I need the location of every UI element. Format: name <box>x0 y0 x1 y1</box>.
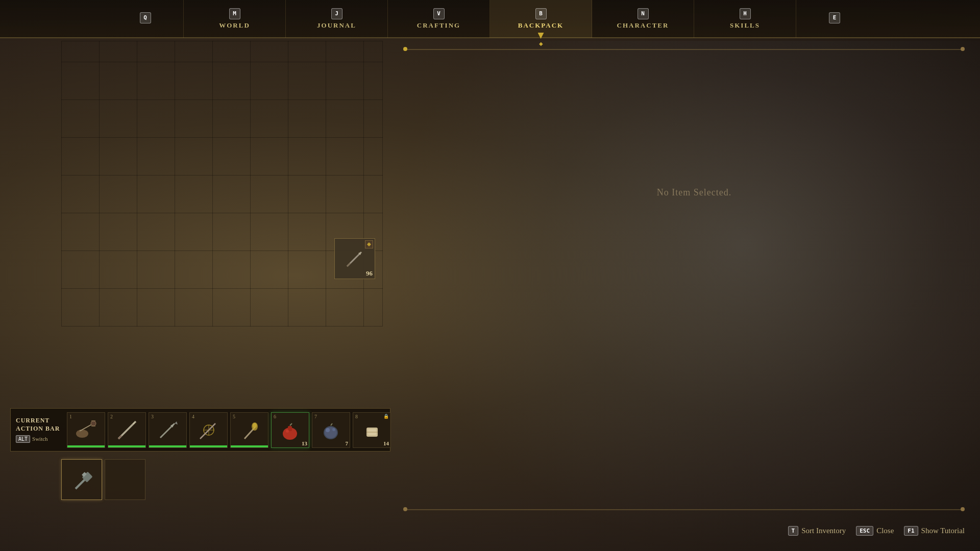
slot-5-icon <box>237 417 262 443</box>
nav-key-h: H <box>740 8 751 19</box>
slot-5-health-fill <box>231 445 268 447</box>
nav-diamonds <box>0 38 980 48</box>
svg-line-26 <box>290 423 292 425</box>
slot-1-icon <box>72 416 100 444</box>
nav-label-skills: SKILLS <box>730 21 760 30</box>
svg-point-31 <box>332 428 335 431</box>
weapon-icon <box>342 246 368 271</box>
item-type-indicator <box>365 240 373 248</box>
slot-number-3: 3 <box>151 414 154 419</box>
secondary-slot-1[interactable] <box>61 459 102 500</box>
slot-8-lock-icon: 🔒 <box>383 414 389 419</box>
svg-point-27 <box>286 430 289 433</box>
tutorial-label: Show Tutorial <box>921 527 965 535</box>
sort-inventory-btn[interactable]: T Sort Inventory <box>788 526 846 536</box>
svg-line-20 <box>200 423 215 439</box>
nav-tab-q[interactable]: Q <box>107 0 184 38</box>
slot-6-count: 13 <box>302 440 307 446</box>
nav-key-v: V <box>433 8 445 19</box>
nav-tab-skills[interactable]: H SKILLS <box>694 0 796 38</box>
slot-7-icon <box>320 418 342 441</box>
secondary-bar <box>61 459 145 500</box>
bottom-bar: T Sort Inventory ESC Close F1 Show Tutor… <box>788 526 965 536</box>
slot-number-1: 1 <box>69 414 72 419</box>
inventory-grid <box>61 41 383 327</box>
sort-label: Sort Inventory <box>801 527 846 535</box>
slot-3-icon <box>155 417 181 443</box>
svg-point-23 <box>253 423 257 428</box>
svg-point-30 <box>326 428 330 432</box>
right-panel-bg <box>388 41 980 551</box>
action-slot-4[interactable]: 4 <box>189 412 228 448</box>
action-slot-2[interactable]: 2 <box>108 412 146 448</box>
nav-bar: Q M WORLD J JOURNAL V CRAFTING B BACKPAC… <box>0 0 980 38</box>
switch-label: Switch <box>32 436 48 442</box>
nav-tab-character[interactable]: N CHARACTER <box>592 0 694 38</box>
action-slot-6[interactable]: 6 13 <box>271 412 309 448</box>
slot-2-health-fill <box>108 445 145 447</box>
slot-7-count: 7 <box>346 440 349 446</box>
nav-label-character: CHARACTER <box>617 21 669 30</box>
slider-top[interactable] <box>403 49 965 50</box>
nav-label-crafting: CRAFTING <box>417 21 460 30</box>
nav-key-n: N <box>638 8 649 19</box>
slot-4-health-bg <box>190 445 227 447</box>
slot-number-2: 2 <box>110 414 113 419</box>
slot-1-health-bg <box>67 445 105 447</box>
slider-bottom[interactable] <box>403 509 965 510</box>
sort-key-badge: T <box>788 526 799 536</box>
action-bar-title-line2: ACTION BAR <box>16 425 60 433</box>
svg-point-6 <box>76 430 88 438</box>
slot-6-icon <box>279 418 302 441</box>
slot-number-6: 6 <box>274 414 276 419</box>
slot-8-icon <box>360 418 383 441</box>
nav-key-q: Q <box>140 12 151 23</box>
action-bar: CURRENT ACTION BAR ALT Switch 1 2 <box>10 408 390 452</box>
nav-label-world: WORLD <box>219 21 250 30</box>
secondary-slot-2[interactable] <box>105 459 145 500</box>
close-label: Close <box>876 527 894 535</box>
nav-tab-crafting[interactable]: V CRAFTING <box>388 0 490 38</box>
action-slot-1[interactable]: 1 <box>67 412 105 448</box>
slot-number-7: 7 <box>314 414 317 419</box>
no-item-text: No Item Selected. <box>408 187 980 198</box>
action-bar-label: CURRENT ACTION BAR ALT Switch <box>16 417 64 442</box>
nav-tab-e[interactable]: E <box>796 0 873 38</box>
nav-key-m: M <box>229 8 240 19</box>
slot-2-icon <box>114 417 140 443</box>
inventory-item-weapon[interactable]: 96 <box>334 238 375 279</box>
alt-key-badge: ALT <box>16 435 30 443</box>
svg-point-8 <box>91 421 96 426</box>
svg-line-36 <box>76 479 86 489</box>
slot-4-icon <box>196 417 222 443</box>
nav-key-j: J <box>331 8 342 19</box>
slot-2-health-bg <box>108 445 145 447</box>
nav-label-journal: JOURNAL <box>317 21 356 30</box>
slot-3-health-fill <box>149 445 186 447</box>
show-tutorial-btn[interactable]: F1 Show Tutorial <box>904 526 965 536</box>
close-key-badge: ESC <box>856 526 873 536</box>
action-slot-5[interactable]: 5 <box>230 412 268 448</box>
nav-tab-world[interactable]: M WORLD <box>184 0 286 38</box>
tutorial-key-badge: F1 <box>904 526 918 536</box>
nav-tab-journal[interactable]: J JOURNAL <box>286 0 388 38</box>
diamond-backpack <box>490 41 592 46</box>
action-slot-8[interactable]: 8 🔒 14 <box>353 412 391 448</box>
svg-line-32 <box>331 423 332 425</box>
item-count: 96 <box>366 269 373 278</box>
nav-key-e: E <box>829 12 840 23</box>
nav-key-b: B <box>535 8 547 19</box>
nav-label-backpack: BACKPACK <box>518 21 564 30</box>
slot-1-health-fill <box>67 445 105 447</box>
slot-5-health-bg <box>231 445 268 447</box>
close-btn[interactable]: ESC Close <box>856 526 894 536</box>
action-bar-title-line1: CURRENT <box>16 417 60 425</box>
action-slot-3[interactable]: 3 <box>149 412 187 448</box>
action-bar-switch-row: ALT Switch <box>16 435 60 443</box>
slot-3-health-bg <box>149 445 186 447</box>
nav-tab-backpack[interactable]: B BACKPACK <box>490 0 592 38</box>
slot-number-5: 5 <box>233 414 235 419</box>
action-slot-7[interactable]: 7 7 <box>312 412 350 448</box>
slot-number-4: 4 <box>192 414 194 419</box>
slot-8-count: 14 <box>383 440 389 446</box>
